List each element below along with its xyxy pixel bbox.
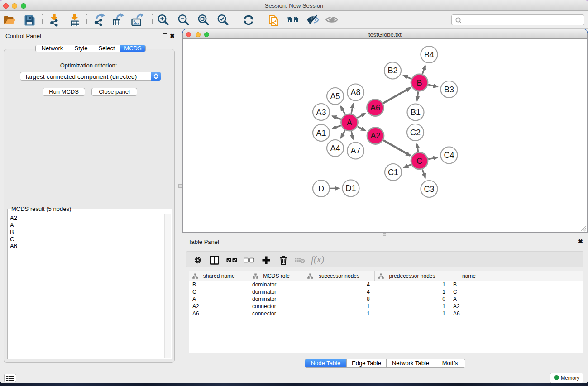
svg-text:B1: B1 xyxy=(411,108,421,117)
svg-text:C3: C3 xyxy=(424,185,434,194)
svg-text:B2: B2 xyxy=(387,66,397,75)
svg-text:B4: B4 xyxy=(424,50,434,59)
svg-text:B: B xyxy=(416,78,422,87)
svg-text:C2: C2 xyxy=(410,128,421,137)
svg-text:C1: C1 xyxy=(388,168,398,177)
svg-text:A2: A2 xyxy=(370,131,380,140)
svg-text:A5: A5 xyxy=(330,92,340,101)
svg-text:C: C xyxy=(416,157,422,166)
svg-text:A6: A6 xyxy=(370,103,380,112)
svg-text:A4: A4 xyxy=(330,144,340,153)
svg-text:B3: B3 xyxy=(444,85,454,94)
svg-text:D: D xyxy=(318,184,324,193)
svg-text:A1: A1 xyxy=(316,129,326,138)
svg-text:A7: A7 xyxy=(350,146,360,155)
svg-text:A8: A8 xyxy=(350,88,360,97)
svg-text:A: A xyxy=(347,118,352,127)
svg-text:C4: C4 xyxy=(444,151,454,160)
svg-text:D1: D1 xyxy=(345,184,356,193)
svg-text:A3: A3 xyxy=(316,108,326,117)
